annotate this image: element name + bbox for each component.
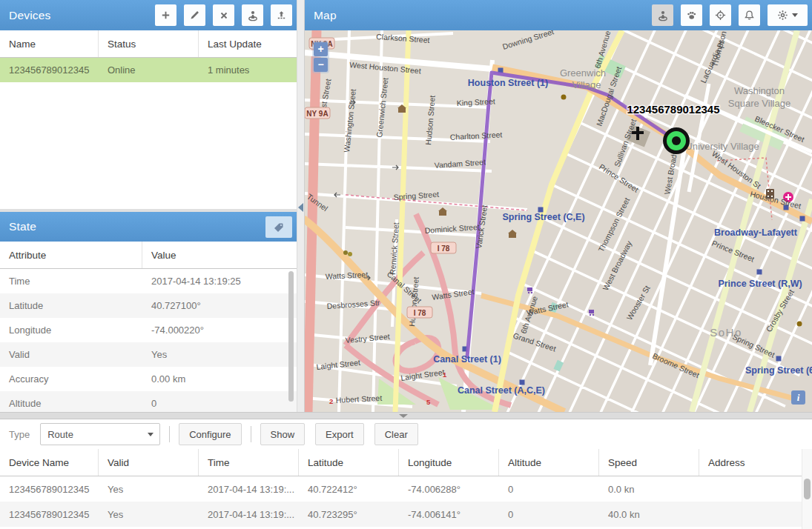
road-shield-label: I 78: [438, 244, 450, 253]
map-panel: Map: [305, 0, 812, 412]
route-table-header: Device Name Valid Time Latitude Longitud…: [0, 449, 802, 476]
device-marker[interactable]: [665, 130, 688, 153]
flame-icon: [561, 95, 567, 100]
map-street-label: Washington: [734, 85, 785, 96]
subway-entrance-icon: [800, 216, 805, 222]
column-header[interactable]: Speed: [599, 449, 699, 476]
column-header[interactable]: Altitude: [499, 449, 599, 476]
map-street-label: Prince Street (R,W): [718, 279, 802, 289]
upload-button[interactable]: [271, 4, 292, 26]
animal-tracks-button[interactable]: [681, 4, 702, 26]
device-name-cell: 123456789012345: [0, 64, 99, 76]
state-scrollbar-thumb[interactable]: [288, 271, 294, 402]
column-header[interactable]: Value: [142, 242, 297, 268]
gear-icon: [777, 10, 788, 21]
toolbar-separator: [169, 426, 170, 442]
tag-icon: [273, 222, 285, 233]
person-pin-icon: [657, 10, 669, 21]
collapse-down-icon[interactable]: [399, 414, 408, 418]
device-row-selected[interactable]: 123456789012345 Online 1 minutes: [0, 58, 297, 82]
configure-button[interactable]: Configure: [179, 423, 241, 445]
map-street-label: 5: [426, 398, 431, 406]
devices-table-header: Name Status Last Update: [0, 30, 297, 58]
state-title: State: [9, 220, 36, 233]
devices-panel: Devices Name Status Last Update 12345678…: [0, 0, 297, 209]
locate-button[interactable]: [710, 4, 731, 26]
map-zoom-control: + −: [312, 41, 329, 73]
map-canvas[interactable]: Clarkson StreetDowning StreetWest Housto…: [305, 30, 812, 412]
column-header[interactable]: Valid: [99, 449, 199, 476]
map-street-label: 1: [443, 370, 447, 379]
device-marker-label: 123456789012345: [627, 103, 719, 116]
map-street-label: University Village: [685, 141, 759, 152]
map-street-label: Spring Street (C,E): [502, 212, 584, 222]
state-row[interactable]: ValidYes: [0, 342, 297, 367]
scrollbar-thumb[interactable]: [804, 479, 811, 499]
traccar-app: Devices Name Status Last Update 12345678…: [0, 0, 812, 529]
chevron-down-icon: [148, 433, 154, 436]
map-title: Map: [314, 9, 337, 22]
chevron-down-icon: [792, 13, 798, 17]
road-shield-label: I 78: [414, 309, 426, 317]
pencil-icon: [189, 10, 200, 21]
notifications-button[interactable]: [739, 4, 760, 26]
attribution-info-button[interactable]: i: [791, 390, 805, 405]
map-street-label: Spring Street (6: [745, 365, 812, 376]
column-header[interactable]: Last Update: [199, 30, 297, 57]
road-shield-label: NY 9A: [306, 110, 328, 118]
settings-menu-button[interactable]: [768, 4, 808, 26]
column-header[interactable]: Time: [199, 449, 299, 476]
column-header[interactable]: Name: [0, 30, 99, 57]
show-button[interactable]: Show: [260, 423, 306, 445]
export-button[interactable]: Export: [315, 423, 364, 445]
map-street-label: Greenwich: [560, 67, 606, 79]
column-header[interactable]: Attribute: [0, 242, 142, 268]
zoom-in-button[interactable]: +: [314, 42, 328, 56]
cross-icon: [219, 10, 229, 21]
geofences-button[interactable]: [242, 4, 263, 26]
column-header[interactable]: Address: [699, 449, 802, 476]
map-street-label: Canal Street (A,C,E): [458, 385, 545, 396]
devices-title: Devices: [9, 9, 51, 22]
column-header[interactable]: Longitude: [399, 449, 499, 476]
flame-icon: [797, 322, 802, 327]
add-device-button[interactable]: [155, 4, 176, 26]
follow-device-button[interactable]: [652, 4, 673, 26]
state-row[interactable]: Time2017-04-14 13:19:25: [0, 269, 297, 293]
subway-entrance-icon: [520, 380, 525, 385]
edit-device-button[interactable]: [184, 4, 205, 26]
clear-button[interactable]: Clear: [374, 423, 418, 445]
state-row[interactable]: Latitude40.727100°: [0, 293, 297, 318]
attributes-tag-button[interactable]: [265, 216, 292, 238]
plus-icon: [160, 10, 171, 21]
state-row[interactable]: Altitude0: [0, 391, 297, 412]
reports-panel: Type Route Configure Show Export Clear D…: [0, 419, 812, 529]
map-street-label: Square Village: [728, 98, 790, 109]
route-row[interactable]: 123456789012345Yes 2017-04-14 13:19:...4…: [0, 476, 802, 502]
reports-toolbar: Type Route Configure Show Export Clear: [0, 419, 812, 449]
horizontal-splitter[interactable]: [0, 412, 812, 419]
column-header[interactable]: Latitude: [299, 449, 399, 476]
map-image[interactable]: Clarkson StreetDowning StreetWest Housto…: [305, 30, 812, 412]
route-row[interactable]: 123456789012345Yes 2017-04-14 13:19:...4…: [0, 502, 802, 527]
toolbar-separator: [251, 426, 251, 442]
state-row[interactable]: Accuracy0.00 km: [0, 367, 297, 391]
crosshair-icon: [715, 10, 726, 21]
devices-header: Devices: [0, 0, 297, 30]
route-table-scrollbar[interactable]: [802, 449, 812, 529]
state-table-header: Attribute Value: [0, 242, 297, 269]
remove-device-button[interactable]: [213, 4, 234, 26]
state-row[interactable]: Longitude-74.000220°: [0, 318, 297, 342]
subway-entrance-icon: [776, 356, 782, 362]
collapse-left-icon[interactable]: [298, 203, 303, 212]
report-type-select[interactable]: Route: [40, 423, 160, 445]
column-header[interactable]: Device Name: [0, 449, 99, 476]
vertical-splitter[interactable]: [297, 0, 305, 412]
person-pin-icon: [247, 10, 259, 21]
map-street-label: Houston Street (1): [468, 78, 548, 88]
map-street-label: Broadway-Lafayett: [714, 227, 798, 238]
device-lastupdate-cell: 1 minutes: [199, 64, 297, 76]
zoom-out-button[interactable]: −: [314, 58, 328, 72]
type-label: Type: [9, 429, 30, 440]
column-header[interactable]: Status: [99, 30, 199, 57]
